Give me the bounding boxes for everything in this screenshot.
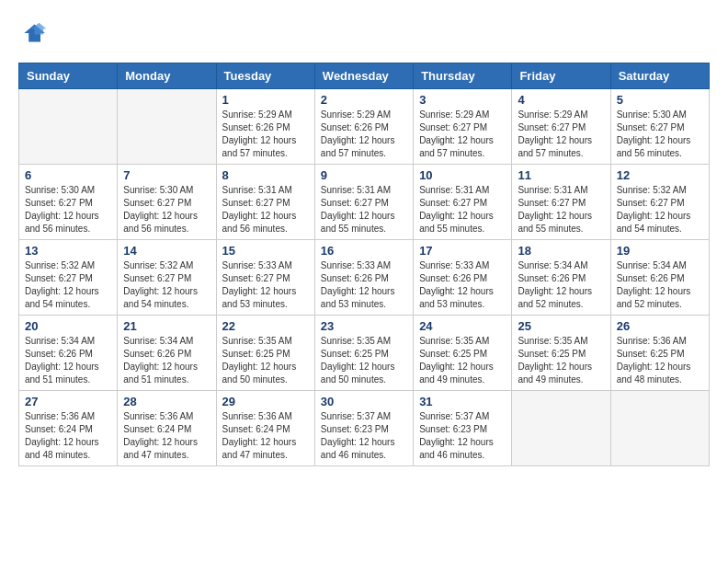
day-number: 10 xyxy=(419,168,506,182)
calendar-cell: 5Sunrise: 5:30 AMSunset: 6:27 PMDaylight… xyxy=(610,89,709,165)
day-number: 31 xyxy=(419,395,506,408)
calendar-cell xyxy=(118,89,216,165)
calendar-table: SundayMondayTuesdayWednesdayThursdayFrid… xyxy=(18,63,710,466)
calendar-cell: 19Sunrise: 5:34 AMSunset: 6:26 PMDayligh… xyxy=(610,240,709,316)
calendar-cell xyxy=(19,89,118,165)
calendar-cell: 21Sunrise: 5:34 AMSunset: 6:26 PMDayligh… xyxy=(118,316,216,391)
day-number: 22 xyxy=(222,319,309,333)
cell-info: Sunrise: 5:34 AMSunset: 6:26 PMDaylight:… xyxy=(25,335,111,386)
calendar-cell: 23Sunrise: 5:35 AMSunset: 6:25 PMDayligh… xyxy=(314,316,413,391)
day-number: 26 xyxy=(617,319,703,333)
cell-info: Sunrise: 5:36 AMSunset: 6:24 PMDaylight:… xyxy=(222,410,309,462)
calendar-week-row: 13Sunrise: 5:32 AMSunset: 6:27 PMDayligh… xyxy=(19,240,710,316)
day-number: 25 xyxy=(518,319,604,333)
day-number: 13 xyxy=(25,244,111,258)
day-number: 27 xyxy=(25,395,111,408)
calendar-cell: 24Sunrise: 5:35 AMSunset: 6:25 PMDayligh… xyxy=(414,316,512,391)
cell-info: Sunrise: 5:29 AMSunset: 6:26 PMDaylight:… xyxy=(321,109,407,160)
cell-info: Sunrise: 5:34 AMSunset: 6:26 PMDaylight:… xyxy=(617,259,703,311)
cell-info: Sunrise: 5:31 AMSunset: 6:27 PMDaylight:… xyxy=(518,184,604,236)
day-number: 6 xyxy=(25,168,111,182)
day-number: 30 xyxy=(321,395,407,408)
calendar-week-row: 20Sunrise: 5:34 AMSunset: 6:26 PMDayligh… xyxy=(19,316,710,391)
cell-info: Sunrise: 5:29 AMSunset: 6:26 PMDaylight:… xyxy=(222,109,309,160)
col-header-thursday: Thursday xyxy=(414,63,512,89)
cell-info: Sunrise: 5:33 AMSunset: 6:26 PMDaylight:… xyxy=(419,259,506,311)
calendar-cell: 27Sunrise: 5:36 AMSunset: 6:24 PMDayligh… xyxy=(19,391,118,466)
day-number: 8 xyxy=(222,168,309,182)
cell-info: Sunrise: 5:35 AMSunset: 6:25 PMDaylight:… xyxy=(518,335,604,386)
cell-info: Sunrise: 5:31 AMSunset: 6:27 PMDaylight:… xyxy=(321,184,407,236)
cell-info: Sunrise: 5:35 AMSunset: 6:25 PMDaylight:… xyxy=(321,335,407,386)
calendar-cell: 29Sunrise: 5:36 AMSunset: 6:24 PMDayligh… xyxy=(216,391,314,466)
logo xyxy=(18,18,51,48)
cell-info: Sunrise: 5:30 AMSunset: 6:27 PMDaylight:… xyxy=(123,184,210,236)
day-number: 16 xyxy=(321,244,407,258)
cell-info: Sunrise: 5:30 AMSunset: 6:27 PMDaylight:… xyxy=(25,184,111,236)
calendar-cell: 14Sunrise: 5:32 AMSunset: 6:27 PMDayligh… xyxy=(118,240,216,316)
calendar-cell: 28Sunrise: 5:36 AMSunset: 6:24 PMDayligh… xyxy=(118,391,216,466)
day-number: 3 xyxy=(419,93,506,107)
calendar-cell: 6Sunrise: 5:30 AMSunset: 6:27 PMDaylight… xyxy=(19,165,118,240)
day-number: 24 xyxy=(419,319,506,333)
cell-info: Sunrise: 5:34 AMSunset: 6:26 PMDaylight:… xyxy=(518,259,604,311)
calendar-week-row: 6Sunrise: 5:30 AMSunset: 6:27 PMDaylight… xyxy=(19,165,710,240)
day-number: 28 xyxy=(123,395,210,408)
calendar-cell: 9Sunrise: 5:31 AMSunset: 6:27 PMDaylight… xyxy=(314,165,413,240)
calendar-cell: 18Sunrise: 5:34 AMSunset: 6:26 PMDayligh… xyxy=(512,240,610,316)
calendar-cell: 12Sunrise: 5:32 AMSunset: 6:27 PMDayligh… xyxy=(610,165,709,240)
cell-info: Sunrise: 5:32 AMSunset: 6:27 PMDaylight:… xyxy=(617,184,703,236)
col-header-sunday: Sunday xyxy=(19,63,118,89)
day-number: 4 xyxy=(518,93,604,107)
cell-info: Sunrise: 5:33 AMSunset: 6:26 PMDaylight:… xyxy=(321,259,407,311)
day-number: 18 xyxy=(518,244,604,258)
cell-info: Sunrise: 5:34 AMSunset: 6:26 PMDaylight:… xyxy=(123,335,210,386)
cell-info: Sunrise: 5:31 AMSunset: 6:27 PMDaylight:… xyxy=(419,184,506,236)
calendar-cell: 22Sunrise: 5:35 AMSunset: 6:25 PMDayligh… xyxy=(216,316,314,391)
col-header-friday: Friday xyxy=(512,63,610,89)
calendar-cell: 7Sunrise: 5:30 AMSunset: 6:27 PMDaylight… xyxy=(118,165,216,240)
cell-info: Sunrise: 5:35 AMSunset: 6:25 PMDaylight:… xyxy=(222,335,309,386)
cell-info: Sunrise: 5:35 AMSunset: 6:25 PMDaylight:… xyxy=(419,335,506,386)
day-number: 14 xyxy=(123,244,210,258)
cell-info: Sunrise: 5:36 AMSunset: 6:25 PMDaylight:… xyxy=(617,335,703,386)
calendar-cell: 13Sunrise: 5:32 AMSunset: 6:27 PMDayligh… xyxy=(19,240,118,316)
cell-info: Sunrise: 5:30 AMSunset: 6:27 PMDaylight:… xyxy=(617,109,703,160)
day-number: 12 xyxy=(617,168,703,182)
calendar-cell: 1Sunrise: 5:29 AMSunset: 6:26 PMDaylight… xyxy=(216,89,314,165)
day-number: 20 xyxy=(25,319,111,333)
calendar-cell: 20Sunrise: 5:34 AMSunset: 6:26 PMDayligh… xyxy=(19,316,118,391)
cell-info: Sunrise: 5:32 AMSunset: 6:27 PMDaylight:… xyxy=(123,259,210,311)
calendar-cell: 25Sunrise: 5:35 AMSunset: 6:25 PMDayligh… xyxy=(512,316,610,391)
cell-info: Sunrise: 5:37 AMSunset: 6:23 PMDaylight:… xyxy=(419,410,506,462)
calendar-week-row: 27Sunrise: 5:36 AMSunset: 6:24 PMDayligh… xyxy=(19,391,710,466)
calendar-cell: 11Sunrise: 5:31 AMSunset: 6:27 PMDayligh… xyxy=(512,165,610,240)
day-number: 9 xyxy=(321,168,407,182)
calendar-cell: 16Sunrise: 5:33 AMSunset: 6:26 PMDayligh… xyxy=(314,240,413,316)
page-header xyxy=(18,18,710,48)
calendar-cell: 8Sunrise: 5:31 AMSunset: 6:27 PMDaylight… xyxy=(216,165,314,240)
cell-info: Sunrise: 5:36 AMSunset: 6:24 PMDaylight:… xyxy=(25,410,111,462)
day-number: 29 xyxy=(222,395,309,408)
calendar-cell: 2Sunrise: 5:29 AMSunset: 6:26 PMDaylight… xyxy=(314,89,413,165)
calendar-cell: 4Sunrise: 5:29 AMSunset: 6:27 PMDaylight… xyxy=(512,89,610,165)
day-number: 19 xyxy=(617,244,703,258)
cell-info: Sunrise: 5:31 AMSunset: 6:27 PMDaylight:… xyxy=(222,184,309,236)
col-header-monday: Monday xyxy=(118,63,216,89)
col-header-tuesday: Tuesday xyxy=(216,63,314,89)
cell-info: Sunrise: 5:29 AMSunset: 6:27 PMDaylight:… xyxy=(419,109,506,160)
calendar-cell xyxy=(610,391,709,466)
calendar-week-row: 1Sunrise: 5:29 AMSunset: 6:26 PMDaylight… xyxy=(19,89,710,165)
cell-info: Sunrise: 5:29 AMSunset: 6:27 PMDaylight:… xyxy=(518,109,604,160)
day-number: 7 xyxy=(123,168,210,182)
calendar-cell: 26Sunrise: 5:36 AMSunset: 6:25 PMDayligh… xyxy=(610,316,709,391)
day-number: 21 xyxy=(123,319,210,333)
calendar-cell: 31Sunrise: 5:37 AMSunset: 6:23 PMDayligh… xyxy=(414,391,512,466)
logo-icon xyxy=(18,18,48,48)
calendar-cell xyxy=(512,391,610,466)
calendar-cell: 30Sunrise: 5:37 AMSunset: 6:23 PMDayligh… xyxy=(314,391,413,466)
calendar-cell: 10Sunrise: 5:31 AMSunset: 6:27 PMDayligh… xyxy=(414,165,512,240)
cell-info: Sunrise: 5:37 AMSunset: 6:23 PMDaylight:… xyxy=(321,410,407,462)
day-number: 23 xyxy=(321,319,407,333)
col-header-wednesday: Wednesday xyxy=(314,63,413,89)
